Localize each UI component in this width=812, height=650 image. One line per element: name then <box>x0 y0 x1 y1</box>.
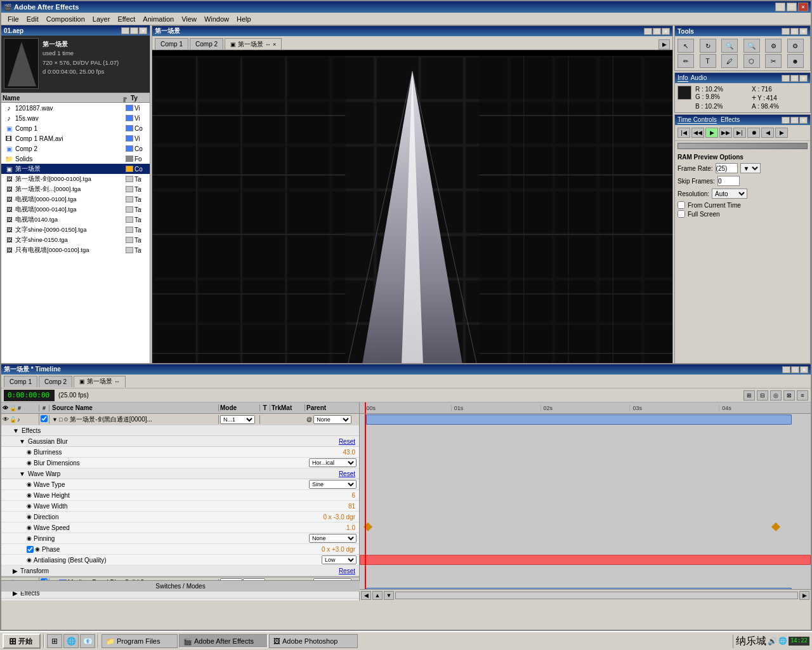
timecode-display[interactable]: 0:00:00:00 <box>4 390 55 401</box>
info-maximize[interactable]: □ <box>790 75 799 82</box>
frame-rate-input[interactable] <box>716 163 738 173</box>
tool-stamp[interactable]: ⬡ <box>743 54 760 68</box>
tab-comp1[interactable]: Comp 1 <box>155 38 188 50</box>
tl-nav-left[interactable]: ◀ <box>361 591 371 600</box>
tc-next2[interactable]: ▶ <box>775 128 788 138</box>
tools-close[interactable]: × <box>799 28 808 35</box>
tl-scroll[interactable] <box>395 592 798 599</box>
file-item[interactable]: 🖼 第一场景-剑...[0000].tga Ta <box>1 184 150 194</box>
tc-scrubber[interactable] <box>678 143 808 149</box>
timeline-close[interactable]: × <box>800 366 808 373</box>
tc-next-frame[interactable]: ▶▶ <box>719 128 732 138</box>
comp-close[interactable]: × <box>662 28 670 35</box>
lock-icon[interactable]: 🔓 <box>10 416 16 423</box>
layer-1-mode-select[interactable]: N...1 <box>220 415 255 424</box>
resolution-dropdown[interactable]: Auto Full Half Quarter <box>712 189 747 199</box>
tc-maximize[interactable]: □ <box>790 117 799 124</box>
menu-view[interactable]: View <box>178 14 200 24</box>
file-item[interactable]: 📁 Solids Fo <box>1 154 150 164</box>
tl-btn1[interactable]: ⊞ <box>743 390 755 401</box>
file-item-selected[interactable]: ▣ 第一场景 Co <box>1 164 150 174</box>
tl-btn3[interactable]: ◎ <box>770 390 782 401</box>
tc-close[interactable]: × <box>799 117 808 124</box>
tl-tab-comp2[interactable]: Comp 2 <box>39 376 72 387</box>
taskbar-item-ps[interactable]: 🖼 Adobe Photoshop <box>269 634 358 648</box>
tool-puppet[interactable]: ☻ <box>787 54 804 68</box>
eye-icon[interactable]: 👁 <box>3 416 9 423</box>
info-close[interactable]: × <box>799 75 808 82</box>
menu-animation[interactable]: Animation <box>139 14 178 24</box>
tool-eraser[interactable]: ✂ <box>765 54 782 68</box>
project-close[interactable]: × <box>139 27 147 34</box>
menu-edit[interactable]: Edit <box>23 14 43 24</box>
minimize-button[interactable]: _ <box>775 3 785 11</box>
tools-maximize[interactable]: □ <box>790 28 799 35</box>
layer-1-bar[interactable] <box>366 415 792 425</box>
frame-rate-dropdown[interactable]: ▼ <box>740 163 761 173</box>
tab-first-scene[interactable]: ▣ 第一场景 ↔ × <box>225 38 282 50</box>
layer-3-bar[interactable] <box>366 588 792 589</box>
ql-btn-1[interactable]: ⊞ <box>47 634 62 648</box>
menu-file[interactable]: File <box>4 14 23 24</box>
tool-brush[interactable]: 🖊 <box>721 54 738 68</box>
info-tab-info[interactable]: Info <box>678 74 688 82</box>
pinning-select[interactable]: None <box>309 534 357 543</box>
tool-zoom[interactable]: 🔍 <box>721 39 738 53</box>
tl-nav-down[interactable]: ▼ <box>384 591 394 600</box>
tl-btn4[interactable]: ⊠ <box>783 390 795 401</box>
tab-comp2[interactable]: Comp 2 <box>190 38 223 50</box>
file-item[interactable]: 🖼 电视墙[0000-0140].tga Ta <box>1 204 150 215</box>
blur-dimensions-select[interactable]: Hor...ical <box>309 458 357 467</box>
switches-modes[interactable]: Switches / Modes <box>1 580 360 592</box>
comp-minimize[interactable]: _ <box>644 28 652 35</box>
tc-prev-frame[interactable]: ◀◀ <box>691 128 704 138</box>
start-button[interactable]: ⊞ 开始 <box>3 633 41 649</box>
full-screen-checkbox[interactable] <box>678 210 685 218</box>
tl-nav-up[interactable]: ▲ <box>372 591 383 600</box>
wave-warp-row[interactable]: ▼Wave Warp Reset <box>1 468 359 479</box>
file-item[interactable]: 🎞 Comp 1 RAM.avi Vi <box>1 133 150 143</box>
file-item[interactable]: 🖼 第一场景-剑[0000-0100].tga Ta <box>1 174 150 184</box>
file-item[interactable]: ♪ 15s.wav Vi <box>1 113 150 123</box>
tc-record[interactable]: ⏺ <box>747 128 760 138</box>
taskbar-item-ae[interactable]: 🎬 Adobe After Effects <box>179 634 268 648</box>
menu-composition[interactable]: Composition <box>43 14 89 24</box>
menu-window[interactable]: Window <box>200 14 233 24</box>
wave-type-select[interactable]: Sine <box>309 480 357 489</box>
tc-tab-effects[interactable]: Effects <box>721 116 740 124</box>
wave-warp-reset[interactable]: Reset <box>339 470 355 477</box>
info-minimize[interactable]: _ <box>782 75 790 82</box>
tool-text[interactable]: T <box>700 54 716 68</box>
tl-nav-right[interactable]: ▶ <box>799 591 809 600</box>
tool-rotate[interactable]: ↻ <box>700 39 716 53</box>
tool-gear[interactable]: ⚙ <box>765 39 782 53</box>
tool-select[interactable]: ↖ <box>678 39 694 53</box>
tray-icon-sound[interactable]: 🔊 <box>768 637 777 646</box>
tc-play[interactable]: ▶ <box>705 128 718 138</box>
file-item[interactable]: 🖼 电视墙0140.tga Ta <box>1 215 150 225</box>
tc-prev2[interactable]: ◀ <box>761 128 774 138</box>
taskbar-item-explorer[interactable]: 📁 Program Files <box>102 634 178 648</box>
tc-minimize[interactable]: _ <box>782 117 790 124</box>
tray-icon-network[interactable]: 🌐 <box>778 637 787 646</box>
tc-go-end[interactable]: ▶| <box>733 128 746 138</box>
tc-go-start[interactable]: |◀ <box>678 128 690 138</box>
gaussian-blur-reset[interactable]: Reset <box>339 438 355 445</box>
ql-btn-2[interactable]: 🌐 <box>63 634 79 648</box>
tl-tab-comp1[interactable]: Comp 1 <box>4 376 37 387</box>
menu-layer[interactable]: Layer <box>89 14 114 24</box>
tool-gear2[interactable]: ⚙ <box>787 39 804 53</box>
tl-tab-first-scene[interactable]: ▣ 第一场景 ↔ <box>74 376 126 387</box>
wave-warp-expand[interactable]: ▼ <box>19 470 25 477</box>
from-current-checkbox[interactable] <box>678 201 685 209</box>
timeline-maximize[interactable]: □ <box>791 366 799 373</box>
file-item[interactable]: 🖼 电视墙[0000-0100].tga Ta <box>1 194 150 204</box>
layer-1-parent-select[interactable]: None <box>313 415 351 424</box>
layer-1-name[interactable]: ▼ □ ⚙ 第一场景-剑黑白通道[0000]... <box>49 415 219 424</box>
tl-btn2[interactable]: ⊟ <box>757 390 768 401</box>
project-minimize[interactable]: _ <box>121 27 129 34</box>
menu-effect[interactable]: Effect <box>114 14 139 24</box>
file-item[interactable]: ▣ Comp 2 Co <box>1 143 150 154</box>
phase-check[interactable] <box>27 546 34 553</box>
file-item[interactable]: 🖼 文字shine-0150.tga Ta <box>1 235 150 245</box>
